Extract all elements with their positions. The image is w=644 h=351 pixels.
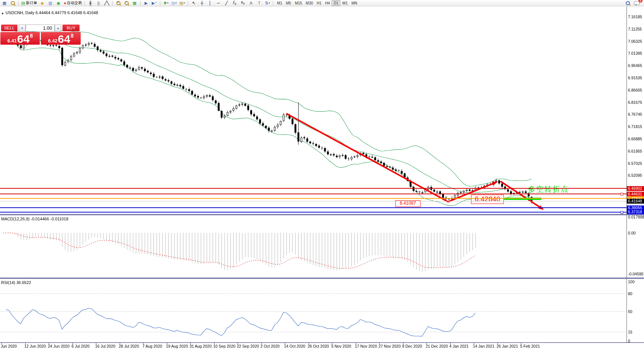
- chevron-down-icon: ▾: [167, 1, 168, 4]
- candles-icon: ▯: [97, 1, 100, 5]
- rsi-pane-separator[interactable]: [0, 278, 644, 279]
- toolbar-separator: [160, 1, 160, 6]
- autoscroll-icon: ▶: [145, 1, 148, 5]
- date-axis-label: 26 Jan 2021: [497, 344, 518, 348]
- signals-icon[interactable]: ◉: [55, 0, 62, 6]
- periods-button[interactable]: ◷▾: [170, 0, 178, 6]
- line-chart-icon[interactable]: ╱╲: [103, 0, 110, 6]
- collapse-triangle-icon[interactable]: ▲: [1, 12, 4, 15]
- crosshair-button[interactable]: ┼: [198, 0, 206, 6]
- date-axis-label: 2 Oct 2020: [261, 344, 280, 348]
- new-order-button[interactable]: ▤ 新订单: [20, 0, 38, 6]
- equidistant-channel-button[interactable]: ⫽E: [231, 0, 238, 6]
- timeframe-m1[interactable]: M1: [275, 0, 284, 6]
- text-button[interactable]: A: [247, 0, 255, 6]
- timeframe-d1[interactable]: D1: [332, 0, 340, 6]
- spinner-up-icon: ▲: [57, 27, 59, 29]
- indicators-plus-icon: ✚: [163, 1, 167, 5]
- volume-increase-button[interactable]: ▲: [55, 25, 61, 32]
- timeframe-m15[interactable]: M15: [293, 0, 304, 6]
- price-level-line[interactable]: [0, 212, 627, 213]
- date-axis-label: 17 Nov 2020: [355, 344, 377, 348]
- buy-button[interactable]: BUY: [62, 25, 80, 31]
- trendline-button[interactable]: ╱: [223, 0, 230, 6]
- rsi-axis-tick: 80: [628, 291, 644, 296]
- macd-pane-separator[interactable]: [0, 214, 644, 215]
- price-axis-tick: 6.76745: [628, 112, 644, 117]
- tile-windows-button[interactable]: ▦: [131, 0, 138, 6]
- date-axis-label: 21 Dec 2020: [426, 344, 448, 348]
- price-axis-tick: 6.81675: [628, 100, 644, 105]
- chart-profiles-icon[interactable]: [9, 0, 16, 6]
- date-axis-label: 16 Jul 2020: [95, 344, 115, 348]
- cursor-button[interactable]: ↖: [190, 0, 197, 6]
- date-axis-label: 24 Jun 2020: [48, 344, 70, 348]
- zoom-in-icon: +: [116, 1, 120, 5]
- autotrading-button[interactable]: ● 自动交易: [63, 0, 83, 6]
- spinner-down-icon: ▼: [21, 27, 23, 29]
- timeframe-m30[interactable]: M30: [304, 0, 315, 6]
- chart-shift-icon: ▶⁺: [152, 1, 157, 5]
- price-level-line[interactable]: [0, 198, 627, 199]
- text-a-icon: A: [249, 1, 252, 5]
- macd-indicator-label: MACD(12,26,9) -0.014466 -0.011018: [1, 217, 68, 221]
- horizontal-line-button[interactable]: ─: [215, 0, 222, 6]
- volume-decrease-button[interactable]: ▼: [19, 25, 26, 32]
- candlestick-icon[interactable]: ▯: [95, 0, 102, 6]
- price-level-line[interactable]: [0, 194, 627, 194]
- search-button[interactable]: [624, 0, 631, 6]
- line-handle-marker[interactable]: [621, 193, 623, 195]
- templates-button[interactable]: ▤▾: [178, 0, 186, 6]
- zoom-out-icon: −: [125, 1, 129, 5]
- sell-price-sup: 8: [30, 33, 33, 39]
- polyline-icon: ╱╲: [104, 1, 109, 5]
- auto-scroll-button[interactable]: ▶: [142, 0, 150, 6]
- zoom-in-button[interactable]: +: [115, 0, 122, 6]
- price-level-line[interactable]: [0, 207, 627, 208]
- vertical-line-button[interactable]: │: [206, 0, 214, 6]
- buy-price-box[interactable]: 6.42 64 8: [41, 32, 81, 45]
- timeframe-w1[interactable]: W1: [340, 0, 350, 6]
- line-handle-marker[interactable]: [621, 211, 623, 214]
- template-icon: ▤: [180, 1, 183, 5]
- new-chart-icon[interactable]: ▦: [1, 0, 8, 6]
- notifications-button[interactable]: 1: [633, 0, 640, 6]
- bar-chart-icon[interactable]: ╫: [87, 0, 94, 6]
- price-chart-canvas[interactable]: [0, 6, 644, 351]
- timeframe-m5[interactable]: M5: [284, 0, 293, 6]
- sell-price-box[interactable]: 6.41 64 8: [0, 32, 40, 45]
- date-axis-label: 28 Jul 2020: [119, 344, 139, 348]
- price-level-line[interactable]: [0, 188, 627, 189]
- price-axis-tick: 6.91535: [628, 76, 644, 80]
- sell-button[interactable]: SELL: [1, 25, 17, 31]
- pivot-price-label[interactable]: 6.42840: [471, 195, 504, 204]
- turning-point-text[interactable]: 多空转折点: [528, 184, 569, 194]
- trendline-icon: ╱: [225, 1, 228, 5]
- toolbar-separator: [188, 1, 188, 6]
- macd-axis-tick: 0.00: [628, 231, 644, 235]
- terminal-icon[interactable]: ▥: [46, 0, 54, 6]
- date-axis-label: 14 Jan 2021: [473, 344, 495, 348]
- rsi-axis-tick: 15: [628, 330, 644, 334]
- price-level-label: 6.41648: [627, 199, 644, 204]
- volume-input[interactable]: [26, 25, 55, 32]
- zoom-out-button[interactable]: −: [123, 0, 130, 6]
- price-axis-tick: 6.52095: [628, 173, 644, 178]
- styles-bucket-icon[interactable]: ◆: [38, 0, 46, 6]
- price-level-line[interactable]: [0, 201, 627, 201]
- chevron-down-icon: ▾: [268, 1, 270, 4]
- date-axis-label: Jun 2020: [1, 344, 17, 348]
- timeframe-group: M1M5M15M30H1H4D1W1MN: [275, 0, 359, 6]
- timeframe-mn[interactable]: MN: [350, 0, 359, 6]
- chart-shift-button[interactable]: ▶⁺: [151, 0, 158, 6]
- indicators-button[interactable]: ✚▾: [162, 0, 170, 6]
- timeframe-h1[interactable]: H1: [315, 0, 323, 6]
- sell-price-big: 64: [17, 34, 29, 44]
- date-axis-label: 22 Sep 2020: [237, 344, 259, 348]
- price-axis-tick: 7.06325: [628, 39, 644, 44]
- date-axis-label: 26 Oct 2020: [308, 344, 329, 348]
- text-label-button[interactable]: T: [255, 0, 263, 6]
- arrows-button[interactable]: ⇅▾: [264, 0, 271, 6]
- fibonacci-button[interactable]: ≡F: [239, 0, 247, 6]
- timeframe-h4[interactable]: H4: [323, 0, 332, 6]
